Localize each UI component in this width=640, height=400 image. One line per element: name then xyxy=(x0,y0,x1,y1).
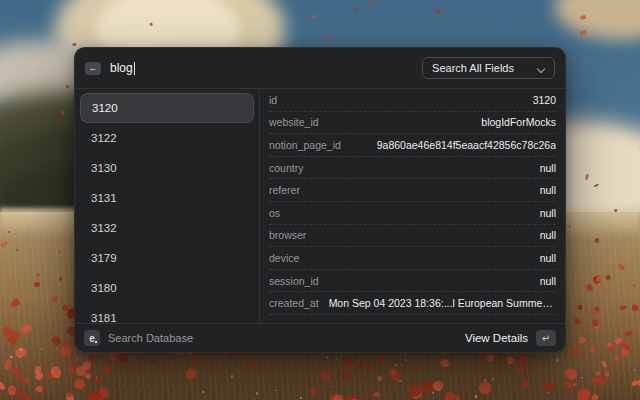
list-item[interactable]: 3120 xyxy=(80,93,254,123)
chevron-down-icon xyxy=(538,64,545,71)
detail-key: notion_page_id xyxy=(269,139,341,151)
window-body: 3120 3122 3130 3131 3132 3179 3180 3181 … xyxy=(75,89,565,323)
detail-value: 9a860ae46e814f5eaacf42856c78c26a xyxy=(377,139,556,151)
detail-row: device null xyxy=(269,247,556,270)
detail-value: null xyxy=(540,162,556,174)
detail-key: country xyxy=(269,162,303,174)
detail-row: os null xyxy=(269,202,556,225)
detail-key: browser xyxy=(269,229,306,241)
detail-value: Mon Sep 04 2023 18:36:...l European Summ… xyxy=(329,297,556,309)
detail-key: referer xyxy=(269,184,300,196)
detail-value: 3120 xyxy=(533,94,556,106)
detail-value: blogIdForMocks xyxy=(481,116,556,128)
detail-row: referer null xyxy=(269,179,556,202)
detail-value: null xyxy=(540,184,556,196)
footer-source-label: Search Database xyxy=(108,332,193,344)
list-item[interactable]: 3181 xyxy=(80,303,254,323)
detail-row: session_id null xyxy=(269,270,556,293)
list-item[interactable]: 3131 xyxy=(80,183,254,213)
detail-key: os xyxy=(269,207,280,219)
view-details-label: View Details xyxy=(465,332,528,344)
list-item[interactable]: 3132 xyxy=(80,213,254,243)
detail-row: id 3120 xyxy=(269,89,556,112)
details-panel: id 3120 website_id blogIdForMocks notion… xyxy=(260,89,565,323)
list-item[interactable]: 3180 xyxy=(80,273,254,303)
detail-row: created_at Mon Sep 04 2023 18:36:...l Eu… xyxy=(269,292,556,315)
detail-key: device xyxy=(269,252,299,264)
detail-row: website_id blogIdForMocks xyxy=(269,112,556,135)
extension-icon: e xyxy=(84,330,100,346)
search-window: ← blog Search All Fields 3120 3122 3130 … xyxy=(74,47,566,353)
detail-row: notion_page_id 9a860ae46e814f5eaacf42856… xyxy=(269,134,556,157)
detail-key: id xyxy=(269,94,277,106)
list-item[interactable]: 3179 xyxy=(80,243,254,273)
detail-value: null xyxy=(540,229,556,241)
detail-row: browser null xyxy=(269,225,556,248)
back-button[interactable]: ← xyxy=(85,62,101,75)
primary-action[interactable]: View Details ↵ xyxy=(465,330,556,346)
results-list: 3120 3122 3130 3131 3132 3179 3180 3181 xyxy=(75,89,260,323)
search-input[interactable]: blog xyxy=(110,61,135,75)
search-query-text: blog xyxy=(110,61,133,75)
detail-value: null xyxy=(540,207,556,219)
action-bar: e Search Database View Details ↵ xyxy=(75,323,565,352)
search-scope-label: Search All Fields xyxy=(432,62,514,74)
enter-key-icon: ↵ xyxy=(536,330,556,346)
detail-value: null xyxy=(540,252,556,264)
list-item[interactable]: 3130 xyxy=(80,153,254,183)
extension-glyph: e xyxy=(89,333,95,344)
search-scope-dropdown[interactable]: Search All Fields xyxy=(422,57,555,79)
list-item[interactable]: 3122 xyxy=(80,123,254,153)
detail-key: website_id xyxy=(269,116,319,128)
detail-key: session_id xyxy=(269,275,319,287)
detail-key: created_at xyxy=(269,297,319,309)
detail-row: country null xyxy=(269,157,556,180)
text-caret xyxy=(134,62,135,75)
detail-value: null xyxy=(540,275,556,287)
search-bar: ← blog Search All Fields xyxy=(75,48,565,89)
back-arrow-icon: ← xyxy=(89,62,98,75)
